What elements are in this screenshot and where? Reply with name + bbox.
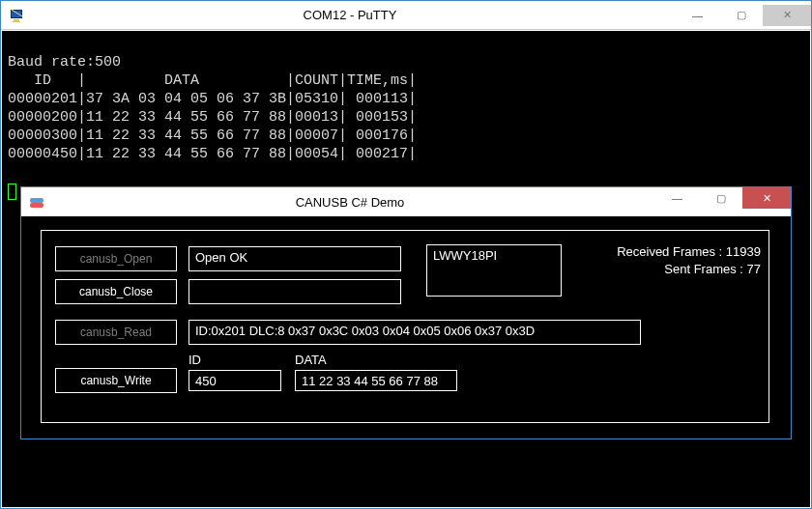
id-label: ID [188,353,201,367]
data-label: DATA [295,353,327,367]
close-status-field [188,279,401,304]
write-data-input[interactable]: 11 22 33 44 55 66 77 88 [295,370,457,391]
demo-titlebar: CANUSB C# Demo — ▢ ✕ [21,187,791,216]
svg-rect-5 [30,198,44,203]
demo-minimize-button[interactable]: — [655,187,699,209]
term-line: Baud rate:500 [8,54,121,71]
svg-rect-2 [14,19,19,21]
minimize-button[interactable]: — [676,5,719,26]
canusb-demo-window: CANUSB C# Demo — ▢ ✕ canusb_Open Open OK… [20,186,792,439]
serial-field: LWWY18PI [426,244,562,297]
term-line: 00000300|11 22 33 44 55 66 77 88|00007| … [8,127,417,144]
canusb-read-button: canusb_Read [55,320,177,345]
putty-titlebar: COM12 - PuTTY — ▢ ✕ [1,1,811,30]
app-icon [29,194,44,210]
main-groupbox: canusb_Open Open OK LWWY18PI Received Fr… [41,230,769,423]
maximize-button[interactable]: ▢ [719,5,763,26]
canusb-open-button: canusb_Open [55,246,177,271]
demo-window-title: CANUSB C# Demo [44,195,655,210]
demo-close-button[interactable]: ✕ [742,187,791,209]
write-id-input[interactable]: 450 [188,370,281,391]
read-line-field: ID:0x201 DLC:8 0x37 0x3C 0x03 0x04 0x05 … [188,320,641,345]
sent-frames-label: Sent Frames : 77 [571,262,761,276]
demo-maximize-button[interactable]: ▢ [699,187,742,209]
canusb-write-button[interactable]: canusb_Write [55,368,177,393]
putty-icon [9,8,24,23]
canusb-close-button[interactable]: canusb_Close [55,279,177,304]
term-line: 00000450|11 22 33 44 55 66 77 88|00054| … [8,146,417,162]
term-line: 00000200|11 22 33 44 55 66 77 88|00013| … [8,109,417,126]
svg-rect-3 [13,21,20,22]
cursor [8,184,16,200]
term-line: ID | DATA |COUNT|TIME,ms| [8,72,417,89]
term-line: 00000201|37 3A 03 04 05 06 37 3B|05310| … [8,91,417,107]
svg-rect-1 [12,11,21,17]
close-button[interactable]: ✕ [763,5,811,26]
open-status-field: Open OK [188,246,401,271]
svg-rect-6 [30,203,44,208]
demo-body: canusb_Open Open OK LWWY18PI Received Fr… [21,216,791,438]
received-frames-label: Received Frames : 11939 [571,244,761,259]
putty-window-title: COM12 - PuTTY [24,8,676,22]
